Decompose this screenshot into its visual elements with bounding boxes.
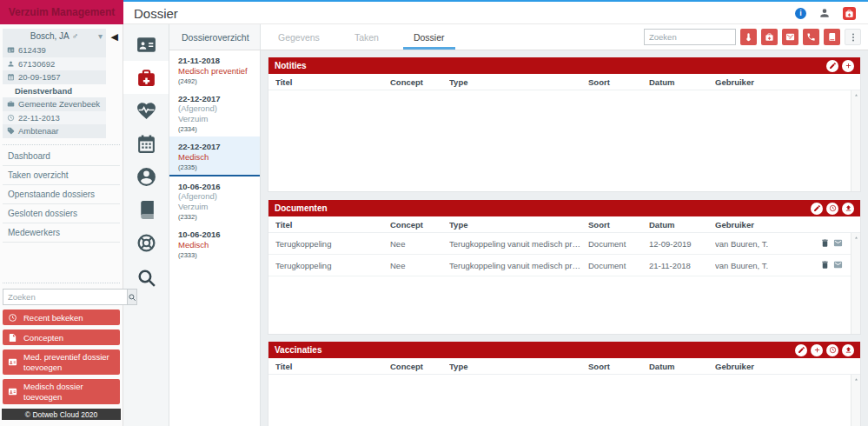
toolbar-button-medbag[interactable] — [761, 29, 778, 45]
toolbar-button-book[interactable] — [824, 29, 840, 45]
employment-field-value: Gemeente Zevenbeek — [18, 99, 100, 109]
panel-rows — [268, 90, 860, 191]
toolbar-button-phone[interactable] — [803, 29, 819, 45]
dossier-item[interactable]: 21-11-2018Medisch preventief(2492) — [169, 50, 260, 89]
envelope-check-icon — [785, 32, 795, 42]
quick-action-medisch-dossier-toevoegen[interactable]: Medisch dossier toevoegen — [3, 379, 120, 404]
info-icon[interactable]: i — [795, 8, 806, 19]
dossier-date: 21-11-2018 — [178, 56, 220, 65]
dossier-list: Dossieroverzicht 21-11-2018Medisch preve… — [169, 24, 261, 426]
dossier-code: (2334) — [178, 125, 253, 133]
column-header: Titel — [275, 77, 390, 87]
row-delete-button[interactable] — [820, 260, 830, 271]
quick-action-concepten[interactable]: Concepten — [3, 329, 120, 345]
dossier-item[interactable]: 22-12-2017Medisch(2335) — [169, 136, 260, 176]
cell-type: Terugkoppeling vanuit medisch profession… — [449, 261, 588, 270]
scrollbar[interactable] — [851, 90, 860, 191]
scroll-up-button[interactable] — [851, 233, 860, 243]
dossier-item-date: 10-06-2016 — [178, 230, 253, 239]
employment-field-row: Ambtenaar — [3, 124, 106, 138]
tab-dossier[interactable]: Dossier — [396, 24, 462, 50]
sidebar-search-input[interactable] — [3, 289, 128, 305]
row-delete-button[interactable] — [820, 238, 830, 250]
rail-item-idcard[interactable] — [123, 28, 169, 61]
user-icon[interactable] — [818, 7, 831, 19]
edit-button[interactable] — [795, 344, 807, 356]
dossier-item[interactable]: 10-06-2016Medisch(2333) — [169, 224, 260, 263]
toolbar-button-envelope-check[interactable] — [782, 29, 798, 45]
gender-symbol: ♂ — [72, 31, 79, 41]
toolbar-button-thermometer[interactable] — [740, 29, 757, 45]
scrollbar[interactable] — [851, 233, 860, 334]
edit-button[interactable] — [811, 203, 823, 215]
calendar-icon — [136, 133, 157, 155]
panel-documenten: DocumentenTitelConceptTypeSoortDatumGebr… — [268, 200, 861, 335]
edit-icon — [813, 204, 821, 212]
employee-field-row: 20-09-1957 — [3, 70, 106, 84]
quick-actions: Recent bekekenConceptenMed. preventief d… — [3, 310, 120, 404]
employee-fields: 6124396713069220-09-1957 — [3, 43, 106, 84]
edit-button[interactable] — [826, 60, 838, 72]
table-row[interactable]: TerugkoppelingNeeTerugkoppeling vanuit m… — [268, 233, 860, 255]
medical-app-icon[interactable] — [843, 7, 856, 20]
column-header: Type — [449, 77, 588, 87]
tabs: GegevensTakenDossier — [261, 24, 462, 50]
scroll-up-button[interactable] — [851, 90, 860, 100]
scroll-up-button[interactable] — [851, 375, 860, 384]
content-search-input[interactable] — [644, 29, 736, 45]
briefcase-icon — [7, 100, 15, 108]
column-header-row: TitelConceptTypeSoortDatumGebruiker — [268, 358, 860, 375]
column-header: Gebruiker — [715, 220, 818, 230]
sidebar-item-dashboard[interactable]: Dashboard — [3, 147, 120, 166]
rail-item-lifebuoy[interactable] — [123, 226, 169, 259]
history-button[interactable] — [826, 344, 838, 356]
dossier-date: 22-12-2017 — [178, 142, 221, 151]
cell-type: Terugkoppeling vanuit medisch profession… — [449, 239, 588, 249]
tab-gegevens[interactable]: Gegevens — [261, 24, 337, 50]
tab-taken[interactable]: Taken — [337, 24, 396, 50]
sidebar-search-button[interactable] — [128, 289, 137, 305]
rail-item-calendar[interactable] — [123, 127, 169, 160]
email-icon — [833, 260, 843, 270]
body-row: ◀ Bosch, JA ♂ ▾ 6124396713069220-09-1957… — [0, 24, 868, 426]
panel-notities: NotitiesTitelConceptTypeSoortDatumGebrui… — [268, 57, 861, 192]
rail-item-books[interactable] — [123, 193, 169, 226]
row-email-button[interactable] — [833, 238, 843, 250]
sidebar-item-gesloten-dossiers[interactable]: Gesloten dossiers — [3, 204, 120, 223]
tri-up-icon — [853, 92, 859, 98]
rail-item-person-circle[interactable] — [123, 160, 169, 193]
rail-item-medbag[interactable] — [123, 61, 169, 94]
column-header: Type — [449, 220, 588, 230]
rail-item-heartpulse[interactable] — [123, 94, 169, 127]
upload-button[interactable] — [842, 344, 854, 356]
more-options-button[interactable] — [845, 29, 861, 45]
quick-action-label: Med. preventief dossier toevoegen — [23, 352, 115, 372]
table-row[interactable]: TerugkoppelingNeeTerugkoppeling vanuit m… — [268, 255, 860, 276]
sidebar-item-openstaande-dossiers[interactable]: Openstaande dossiers — [3, 185, 120, 204]
collapse-sidebar-icon[interactable]: ◀ — [111, 31, 118, 43]
dossier-item[interactable]: 10-06-2016 (Afgerond)Verzuim(2332) — [169, 176, 260, 224]
sidebar-item-medewerkers[interactable]: Medewerkers — [3, 223, 120, 243]
history-button[interactable] — [826, 203, 838, 215]
column-header: Concept — [390, 77, 449, 87]
delete-icon — [820, 238, 830, 248]
cell-soort: Document — [588, 239, 649, 249]
panel-vaccinaties: VaccinatiesTitelConceptTypeSoortDatumGeb… — [268, 342, 861, 426]
add-button[interactable] — [842, 60, 854, 72]
edit-icon — [798, 346, 805, 354]
quick-action-med-preventief-dossier-toevoegen[interactable]: Med. preventief dossier toevoegen — [3, 349, 120, 375]
dossier-item[interactable]: 22-12-2017 (Afgerond)Verzuim(2334) — [169, 89, 260, 136]
column-header: Gebruiker — [715, 77, 818, 87]
app-window: Verzuim Management Dossier i ◀ Bosch, JA… — [0, 0, 868, 426]
main-content: GegevensTakenDossier NotitiesTitelConcep… — [261, 24, 868, 426]
email-icon — [833, 238, 843, 248]
sidebar-item-taken-overzicht[interactable]: Taken overzicht — [3, 166, 120, 185]
quick-action-recent-bekeken[interactable]: Recent bekeken — [3, 310, 120, 325]
row-email-button[interactable] — [833, 260, 843, 271]
column-header: Soort — [588, 77, 649, 87]
employee-name-row[interactable]: Bosch, JA ♂ ▾ — [3, 29, 106, 43]
upload-button[interactable] — [842, 203, 854, 215]
scrollbar[interactable] — [851, 375, 860, 426]
add-button[interactable] — [811, 344, 823, 356]
heartpulse-icon — [136, 100, 157, 122]
